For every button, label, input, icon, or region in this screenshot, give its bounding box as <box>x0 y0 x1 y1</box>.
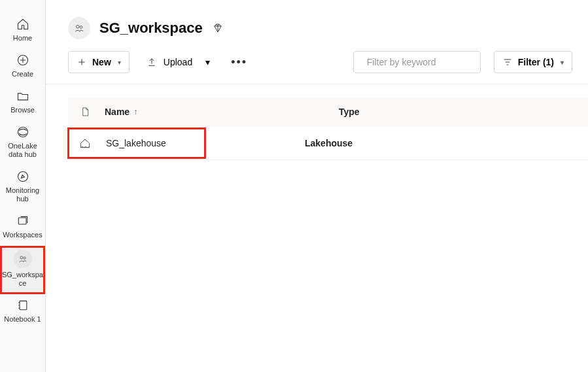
svg-point-5 <box>24 257 26 259</box>
onelake-icon <box>16 125 30 139</box>
notebook-icon <box>16 298 30 313</box>
search-input[interactable] <box>367 57 481 67</box>
nav-onelake[interactable]: OneLake data hub <box>0 121 45 165</box>
upload-icon <box>147 57 157 67</box>
svg-point-4 <box>20 256 23 259</box>
workspaces-icon <box>16 214 30 228</box>
svg-rect-6 <box>20 301 27 309</box>
svg-point-7 <box>77 25 80 29</box>
svg-point-8 <box>80 26 82 29</box>
nav-notebook[interactable]: Notebook 1 <box>0 294 45 330</box>
items-table: Name ↑ Type SG_lakehouse Lakehouse <box>46 84 588 160</box>
workspace-title: SG_workspace <box>99 20 203 37</box>
new-button[interactable]: New ▾ <box>68 51 130 73</box>
table-header-row: Name ↑ Type <box>68 97 588 126</box>
workspace-header: SG_workspace <box>46 7 588 48</box>
svg-point-1 <box>18 127 27 137</box>
nav-home[interactable]: Home <box>0 13 45 49</box>
svg-rect-3 <box>18 218 26 224</box>
nav-label-monitoring: Monitoring hub <box>1 186 44 203</box>
nav-workspaces[interactable]: Workspaces <box>0 210 45 246</box>
nav-label-create: Create <box>12 70 33 78</box>
plus-circle-icon <box>16 53 30 67</box>
row-name: SG_lakehouse <box>102 138 166 148</box>
nav-sg-workspace[interactable]: SG_workspace <box>0 246 45 294</box>
home-icon <box>16 17 30 31</box>
main-content: SG_workspace New ▾ Upload ▾ ••• <box>46 0 588 372</box>
column-header-name[interactable]: Name ↑ <box>102 107 339 117</box>
search-box[interactable] <box>353 51 481 73</box>
nav-label-onelake: OneLake data hub <box>1 142 44 159</box>
filter-icon <box>502 57 513 67</box>
filter-button[interactable]: Filter (1) ▾ <box>494 51 572 73</box>
upload-button[interactable]: Upload ▾ <box>143 51 214 73</box>
nav-label-browse: Browse <box>10 106 35 114</box>
nav-label-home: Home <box>13 34 32 42</box>
nav-label-workspaces: Workspaces <box>3 231 42 239</box>
folder-icon <box>16 89 30 103</box>
nav-monitoring[interactable]: Monitoring hub <box>0 165 45 210</box>
chevron-down-icon: ▾ <box>118 59 121 66</box>
diamond-icon[interactable] <box>212 22 224 34</box>
nav-rail: Home Create Browse OneLake data hub Moni… <box>0 0 46 372</box>
chevron-down-icon: ▾ <box>205 57 210 67</box>
column-header-type-icon[interactable] <box>68 107 102 117</box>
filter-button-label: Filter (1) <box>518 57 554 67</box>
more-button[interactable]: ••• <box>227 56 251 69</box>
nav-label-sg-workspace: SG_workspace <box>1 271 44 288</box>
nav-create[interactable]: Create <box>0 49 45 85</box>
compass-icon <box>16 169 30 184</box>
svg-point-2 <box>18 172 27 182</box>
nav-label-notebook: Notebook 1 <box>4 315 41 324</box>
people-icon <box>14 250 32 268</box>
new-button-label: New <box>92 57 111 67</box>
table-row[interactable]: SG_lakehouse Lakehouse <box>68 126 588 160</box>
row-type: Lakehouse <box>305 138 588 148</box>
workspace-avatar <box>68 17 90 39</box>
column-header-type[interactable]: Type <box>339 107 588 117</box>
upload-button-label: Upload <box>164 57 192 67</box>
nav-browse[interactable]: Browse <box>0 85 45 121</box>
chevron-down-icon: ▾ <box>561 59 564 66</box>
lakehouse-icon <box>68 137 102 150</box>
sort-ascending-icon: ↑ <box>133 107 137 116</box>
plus-icon <box>77 57 87 67</box>
toolbar: New ▾ Upload ▾ ••• Filter (1) ▾ <box>46 48 588 84</box>
